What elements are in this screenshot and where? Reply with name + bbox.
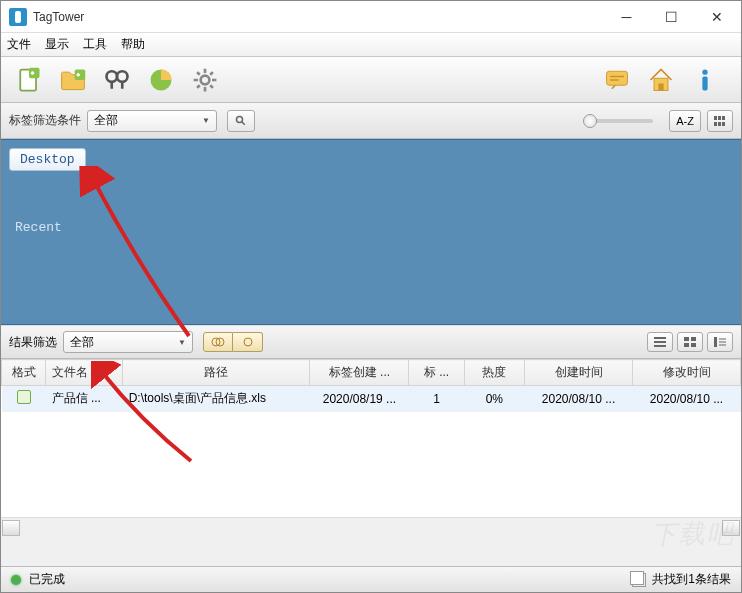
svg-point-12 <box>237 116 243 122</box>
status-text: 已完成 <box>29 571 65 588</box>
svg-point-4 <box>117 71 128 82</box>
svg-point-10 <box>702 69 707 74</box>
results-filter-value: 全部 <box>70 334 94 351</box>
slider-thumb[interactable] <box>583 114 597 128</box>
cell-filename: 产品信 ... <box>46 386 123 412</box>
svg-rect-11 <box>702 76 707 90</box>
results-filter-bar: 结果筛选 全部 ▼ <box>1 325 741 359</box>
svg-rect-16 <box>714 122 717 126</box>
cell-tag-created: 2020/08/19 ... <box>310 386 409 412</box>
svg-point-21 <box>244 338 252 346</box>
table-row[interactable]: 产品信 ... D:\tools\桌面\产品信息.xls 2020/08/19 … <box>2 386 741 412</box>
svg-point-3 <box>107 71 118 82</box>
col-format[interactable]: 格式 <box>2 360 46 386</box>
svg-rect-22 <box>684 337 689 341</box>
svg-rect-17 <box>718 122 721 126</box>
results-filter-label: 结果筛选 <box>9 334 57 351</box>
tag-search-button[interactable] <box>227 110 255 132</box>
menu-view[interactable]: 显示 <box>45 36 69 53</box>
cell-tags: 1 <box>409 386 464 412</box>
col-path[interactable]: 路径 <box>123 360 310 386</box>
tag-desktop[interactable]: Desktop <box>9 148 86 171</box>
new-file-button[interactable] <box>11 62 47 98</box>
svg-rect-24 <box>684 343 689 347</box>
zoom-slider[interactable] <box>583 119 653 123</box>
sort-az-button[interactable]: A-Z <box>669 110 701 132</box>
home-button[interactable] <box>643 62 679 98</box>
settings-button[interactable] <box>187 62 223 98</box>
view-detail-button[interactable] <box>707 332 733 352</box>
layout-toggle-button[interactable] <box>707 110 733 132</box>
status-led-icon <box>11 575 21 585</box>
cell-heat: 0% <box>464 386 525 412</box>
svg-rect-9 <box>658 83 663 90</box>
col-heat[interactable]: 热度 <box>464 360 525 386</box>
message-button[interactable] <box>599 62 635 98</box>
chart-button[interactable] <box>143 62 179 98</box>
search-button[interactable] <box>99 62 135 98</box>
results-table-wrap: 格式 文件名 路径 标签创建 ... 标 ... 热度 创建时间 修改时间 产品… <box>1 359 741 517</box>
titlebar: TagTower ─ ☐ ✕ <box>1 1 741 33</box>
menubar: 文件 显示 工具 帮助 <box>1 33 741 57</box>
minimize-button[interactable]: ─ <box>604 2 649 32</box>
status-count: 共找到1条结果 <box>652 571 731 588</box>
xls-file-icon <box>17 390 31 404</box>
col-filename[interactable]: 文件名 <box>46 360 123 386</box>
tag-filter-label: 标签筛选条件 <box>9 112 81 129</box>
cell-path: D:\tools\桌面\产品信息.xls <box>123 386 310 412</box>
table-header-row: 格式 文件名 路径 标签创建 ... 标 ... 热度 创建时间 修改时间 <box>2 360 741 386</box>
svg-rect-18 <box>722 122 725 126</box>
cell-format <box>2 386 46 412</box>
svg-rect-15 <box>722 116 725 120</box>
svg-rect-25 <box>691 343 696 347</box>
tag-filter-value: 全部 <box>94 112 118 129</box>
col-created[interactable]: 创建时间 <box>525 360 633 386</box>
horizontal-scrollbar[interactable] <box>1 517 741 535</box>
svg-rect-23 <box>691 337 696 341</box>
menu-tools[interactable]: 工具 <box>83 36 107 53</box>
chevron-down-icon: ▼ <box>178 338 186 347</box>
mode-or-icon[interactable] <box>233 332 263 352</box>
copy-icon[interactable] <box>632 573 646 587</box>
tag-recent[interactable]: Recent <box>9 217 733 238</box>
mode-and-icon[interactable] <box>203 332 233 352</box>
maximize-button[interactable]: ☐ <box>649 2 694 32</box>
svg-point-6 <box>201 75 210 84</box>
menu-help[interactable]: 帮助 <box>121 36 145 53</box>
svg-rect-14 <box>718 116 721 120</box>
info-button[interactable] <box>687 62 723 98</box>
new-folder-button[interactable] <box>55 62 91 98</box>
toolbar <box>1 57 741 103</box>
tag-filter-bar: 标签筛选条件 全部 ▼ A-Z <box>1 103 741 139</box>
cell-created: 2020/08/10 ... <box>525 386 633 412</box>
svg-rect-26 <box>714 337 717 347</box>
chevron-down-icon: ▼ <box>202 116 210 125</box>
svg-rect-13 <box>714 116 717 120</box>
view-grid-button[interactable] <box>677 332 703 352</box>
window-title: TagTower <box>33 10 604 24</box>
close-button[interactable]: ✕ <box>694 2 739 32</box>
app-icon <box>9 8 27 26</box>
statusbar: 已完成 共找到1条结果 <box>1 566 741 592</box>
col-modified[interactable]: 修改时间 <box>633 360 741 386</box>
menu-file[interactable]: 文件 <box>7 36 31 53</box>
results-mode-toggle[interactable] <box>203 332 263 352</box>
col-tags[interactable]: 标 ... <box>409 360 464 386</box>
col-tag-created[interactable]: 标签创建 ... <box>310 360 409 386</box>
results-table: 格式 文件名 路径 标签创建 ... 标 ... 热度 创建时间 修改时间 产品… <box>1 359 741 412</box>
results-filter-combo[interactable]: 全部 ▼ <box>63 331 193 353</box>
view-list-button[interactable] <box>647 332 673 352</box>
tag-filter-combo[interactable]: 全部 ▼ <box>87 110 217 132</box>
tags-panel: Desktop Recent <box>1 139 741 325</box>
cell-modified: 2020/08/10 ... <box>633 386 741 412</box>
svg-rect-7 <box>607 71 628 85</box>
